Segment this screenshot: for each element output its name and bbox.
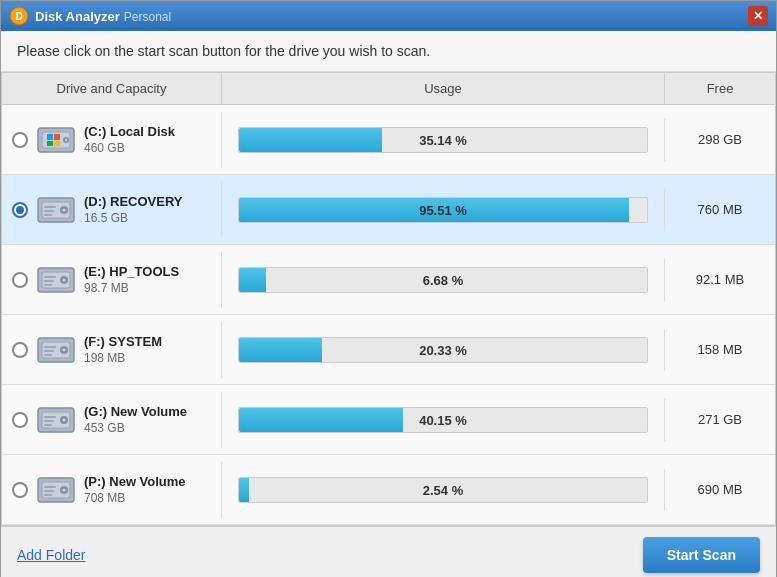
- drive-size-D: 16.5 GB: [84, 211, 182, 225]
- table-header: Drive and Capacity Usage Free: [2, 73, 775, 105]
- drive-size-P: 708 MB: [84, 491, 186, 505]
- table-row[interactable]: (G:) New Volume 453 GB 40.15 % 271 GB: [2, 385, 775, 455]
- svg-rect-29: [44, 350, 54, 352]
- drive-size-G: 453 GB: [84, 421, 187, 435]
- progress-label-E: 6.68 %: [423, 272, 463, 287]
- drive-cell-info-F: (F:) SYSTEM 198 MB: [2, 322, 222, 378]
- drive-cell-info-D: (D:) RECOVERY 16.5 GB: [2, 182, 222, 238]
- progress-container-G: 40.15 %: [238, 407, 648, 433]
- progress-container-E: 6.68 %: [238, 267, 648, 293]
- svg-rect-22: [44, 280, 54, 282]
- svg-rect-42: [44, 486, 56, 488]
- svg-rect-36: [44, 420, 54, 422]
- table-body: (C:) Local Disk 460 GB 35.14 % 298 GB: [2, 105, 775, 525]
- drive-cell-free-P: 690 MB: [665, 474, 775, 505]
- drive-cell-info-C: (C:) Local Disk 460 GB: [2, 112, 222, 168]
- drive-cell-free-D: 760 MB: [665, 194, 775, 225]
- svg-point-20: [63, 278, 66, 281]
- drive-cell-usage-P: 2.54 %: [222, 469, 665, 511]
- drive-cell-free-G: 271 GB: [665, 404, 775, 435]
- svg-text:D: D: [15, 11, 22, 22]
- svg-point-41: [63, 488, 66, 491]
- drive-cell-info-E: (E:) HP_TOOLS 98.7 MB: [2, 252, 222, 308]
- drive-cell-free-F: 158 MB: [665, 334, 775, 365]
- progress-bar-C: [239, 128, 382, 152]
- radio-btn-G[interactable]: [12, 412, 28, 428]
- drive-cell-free-E: 92.1 MB: [665, 264, 775, 295]
- svg-point-9: [65, 138, 67, 140]
- start-scan-button[interactable]: Start Scan: [643, 537, 760, 573]
- progress-label-G: 40.15 %: [419, 412, 467, 427]
- radio-btn-C[interactable]: [12, 132, 28, 148]
- add-folder-link[interactable]: Add Folder: [17, 547, 85, 563]
- app-window: D Disk AnalyzerPersonal ✕ Please click o…: [0, 0, 777, 577]
- drive-label-F: (F:) SYSTEM: [84, 334, 162, 349]
- drive-size-F: 198 MB: [84, 351, 162, 365]
- drive-icon-E: [36, 260, 76, 300]
- drive-icon-G: [36, 400, 76, 440]
- header-drive: Drive and Capacity: [2, 73, 222, 104]
- drive-icon-D: [36, 190, 76, 230]
- app-logo-icon: D: [9, 6, 29, 26]
- table-row[interactable]: (D:) RECOVERY 16.5 GB 95.51 % 760 MB: [2, 175, 775, 245]
- svg-rect-23: [44, 284, 52, 286]
- drive-icon-C: [36, 120, 76, 160]
- drive-size-E: 98.7 MB: [84, 281, 179, 295]
- progress-label-F: 20.33 %: [419, 342, 467, 357]
- svg-rect-4: [47, 134, 53, 140]
- drive-label-C: (C:) Local Disk: [84, 124, 175, 139]
- svg-rect-28: [44, 346, 56, 348]
- svg-rect-43: [44, 490, 54, 492]
- drive-cell-usage-C: 35.14 %: [222, 119, 665, 161]
- progress-container-P: 2.54 %: [238, 477, 648, 503]
- title-bar: D Disk AnalyzerPersonal ✕: [1, 1, 776, 31]
- table-row[interactable]: (E:) HP_TOOLS 98.7 MB 6.68 % 92.1 MB: [2, 245, 775, 315]
- svg-rect-16: [44, 214, 52, 216]
- table-row[interactable]: (P:) New Volume 708 MB 2.54 % 690 MB: [2, 455, 775, 525]
- progress-label-D: 95.51 %: [419, 202, 467, 217]
- drive-label-E: (E:) HP_TOOLS: [84, 264, 179, 279]
- drive-size-C: 460 GB: [84, 141, 175, 155]
- progress-container-C: 35.14 %: [238, 127, 648, 153]
- drive-cell-info-G: (G:) New Volume 453 GB: [2, 392, 222, 448]
- drive-info-text-C: (C:) Local Disk 460 GB: [84, 124, 175, 155]
- svg-rect-30: [44, 354, 52, 356]
- table-row[interactable]: (F:) SYSTEM 198 MB 20.33 % 158 MB: [2, 315, 775, 385]
- svg-rect-15: [44, 210, 54, 212]
- radio-btn-E[interactable]: [12, 272, 28, 288]
- svg-rect-44: [44, 494, 52, 496]
- header-free: Free: [665, 73, 775, 104]
- drive-info-text-G: (G:) New Volume 453 GB: [84, 404, 187, 435]
- svg-rect-37: [44, 424, 52, 426]
- table-row[interactable]: (C:) Local Disk 460 GB 35.14 % 298 GB: [2, 105, 775, 175]
- drive-icon-F: [36, 330, 76, 370]
- radio-btn-P[interactable]: [12, 482, 28, 498]
- instruction-text: Please click on the start scan button fo…: [1, 31, 776, 72]
- progress-container-D: 95.51 %: [238, 197, 648, 223]
- drive-label-D: (D:) RECOVERY: [84, 194, 182, 209]
- progress-bar-G: [239, 408, 403, 432]
- radio-btn-F[interactable]: [12, 342, 28, 358]
- svg-rect-6: [47, 141, 53, 146]
- drive-info-text-E: (E:) HP_TOOLS 98.7 MB: [84, 264, 179, 295]
- drive-cell-free-C: 298 GB: [665, 124, 775, 155]
- drive-info-text-F: (F:) SYSTEM 198 MB: [84, 334, 162, 365]
- radio-btn-D[interactable]: [12, 202, 28, 218]
- drive-info-text-P: (P:) New Volume 708 MB: [84, 474, 186, 505]
- svg-point-27: [63, 348, 66, 351]
- progress-bar-E: [239, 268, 266, 292]
- progress-bar-P: [239, 478, 249, 502]
- drive-cell-info-P: (P:) New Volume 708 MB: [2, 462, 222, 518]
- svg-point-13: [63, 208, 66, 211]
- header-usage: Usage: [222, 73, 665, 104]
- drive-cell-usage-F: 20.33 %: [222, 329, 665, 371]
- drive-cell-usage-D: 95.51 %: [222, 189, 665, 231]
- close-button[interactable]: ✕: [748, 6, 768, 26]
- drive-info-text-D: (D:) RECOVERY 16.5 GB: [84, 194, 182, 225]
- progress-container-F: 20.33 %: [238, 337, 648, 363]
- drive-cell-usage-E: 6.68 %: [222, 259, 665, 301]
- svg-rect-5: [54, 134, 60, 140]
- drive-icon-P: [36, 470, 76, 510]
- footer: Add Folder Start Scan: [1, 526, 776, 577]
- progress-bar-F: [239, 338, 322, 362]
